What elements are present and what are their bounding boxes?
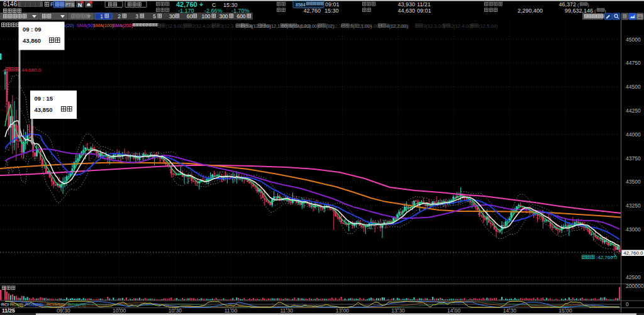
svg-text:09 : 09: 09 : 09 [23, 26, 42, 33]
svg-text:S(12,1.00): S(12,1.00) [266, 23, 289, 29]
svg-text:3(12,3.00): 3(12,3.00) [423, 23, 445, 29]
svg-text:SMA(50): SMA(50) [77, 23, 94, 28]
svg-text:2(12,4.00): 2(12,4.00) [192, 23, 214, 29]
svg-text:43,860: 43,860 [23, 37, 41, 44]
svg-text:SMA(200): SMA(200) [113, 23, 133, 28]
svg-text:4(12,2.00): 4(12,2.00) [297, 23, 319, 29]
svg-text:(12,5.00): (12,5.00) [165, 23, 185, 29]
svg-text:43,850: 43,850 [35, 106, 53, 113]
svg-text:2(12,4.00): 2(12,4.00) [451, 23, 473, 29]
svg-text:3(12,3.00): 3(12,3.00) [328, 23, 350, 29]
svg-text:(12,5.00): (12,5.00) [479, 23, 498, 29]
svg-text:(12,5.00): (12,5.00) [390, 23, 409, 29]
svg-text:09 : 15: 09 : 15 [35, 95, 53, 102]
svg-text:(12): (12) [244, 23, 253, 29]
svg-text:2(12,4.00): 2(12,4.00) [359, 23, 381, 29]
svg-text:SMA(100): SMA(100) [93, 23, 113, 28]
